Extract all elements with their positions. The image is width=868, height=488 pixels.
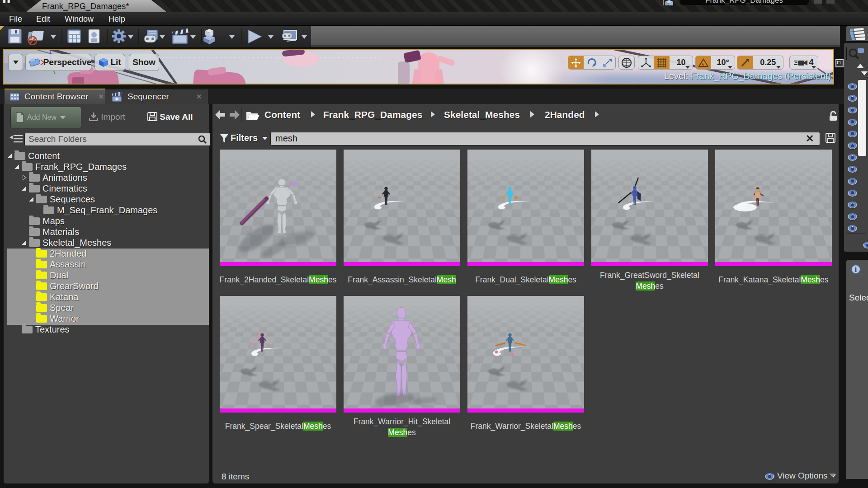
- svg-text:i: i: [855, 266, 857, 273]
